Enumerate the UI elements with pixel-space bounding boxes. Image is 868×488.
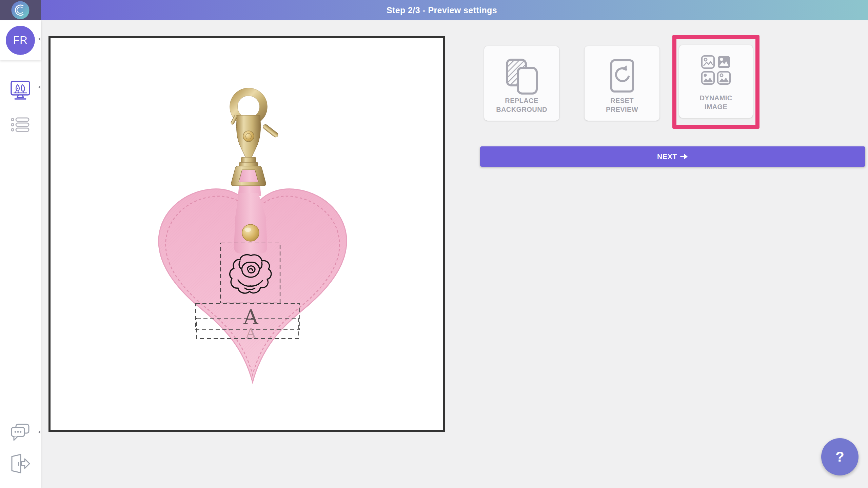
dynamic-image-button[interactable]: DYNAMIC IMAGE: [679, 45, 753, 118]
replace-background-label: REPLACE BACKGROUND: [496, 96, 547, 114]
sidebar-item-design-studio[interactable]: [0, 80, 41, 100]
monogram-letter-secondary[interactable]: A: [246, 325, 256, 341]
tooltip-arrow: [38, 85, 40, 89]
product-preview-keychain: A A: [149, 81, 353, 393]
design-monitor-icon: [9, 80, 31, 100]
next-button-label: NEXT: [657, 152, 677, 161]
rivet-highlight: [244, 228, 251, 232]
highlight-frame: DYNAMIC IMAGE: [672, 35, 760, 129]
dynamic-image-label: DYNAMIC IMAGE: [699, 94, 732, 111]
next-button[interactable]: NEXT: [480, 146, 865, 167]
avatar-initials: FR: [13, 34, 27, 46]
reset-preview-button[interactable]: RESET PREVIEW: [585, 46, 659, 121]
crescent-c-logo-icon: [11, 1, 30, 20]
reset-preview-label: RESET PREVIEW: [606, 96, 638, 114]
tooltip-arrow: [38, 37, 40, 41]
chat-bubbles-icon: [11, 423, 30, 442]
avatar-block: FR: [0, 20, 41, 60]
sidebar-item-logout[interactable]: [0, 454, 41, 473]
app-logo[interactable]: [0, 0, 41, 20]
exit-door-icon: [10, 454, 31, 473]
arrow-right-icon: [680, 153, 688, 160]
header-bar: Step 2/3 - Preview settings: [0, 0, 868, 20]
dynamic-image-icon: [701, 55, 731, 85]
page-title: Step 2/3 - Preview settings: [387, 5, 497, 15]
replace-background-button[interactable]: REPLACE BACKGROUND: [484, 46, 559, 121]
preview-canvas[interactable]: A A: [48, 36, 445, 432]
sidebar-item-chat[interactable]: [0, 423, 41, 442]
keychain-clasp: [230, 88, 279, 166]
sidebar: FR: [0, 20, 41, 488]
tooltip-arrow: [38, 430, 40, 434]
help-button[interactable]: ?: [821, 438, 859, 475]
replace-background-icon: [505, 58, 539, 95]
reset-preview-icon: [605, 58, 639, 95]
help-button-label: ?: [835, 449, 844, 465]
sidebar-item-list[interactable]: [0, 116, 41, 133]
list-icon: [10, 116, 31, 133]
strap-rivet: [242, 224, 259, 241]
avatar[interactable]: FR: [6, 26, 35, 55]
